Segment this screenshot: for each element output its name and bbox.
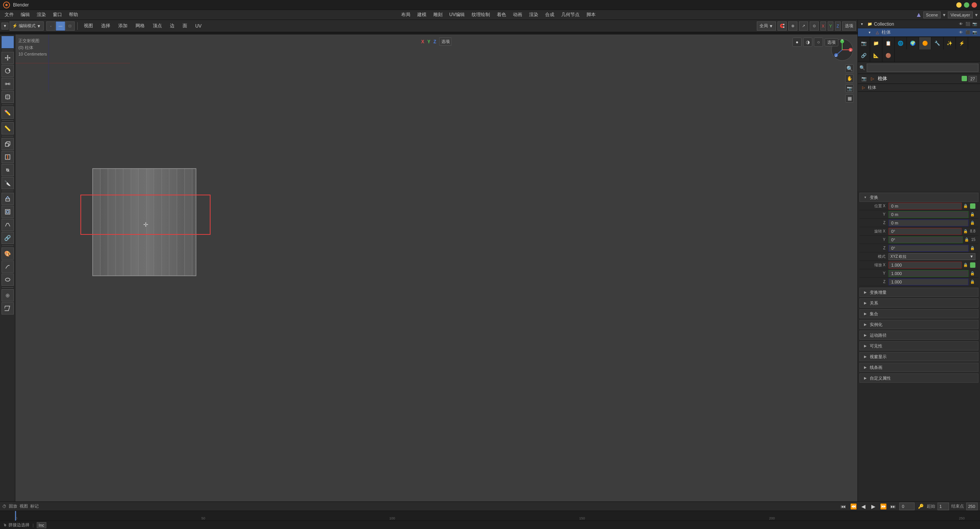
location-y-field[interactable]: 0 m: [889, 211, 969, 218]
viewport-shading-solid[interactable]: ●: [792, 38, 802, 47]
scale-x-lock[interactable]: 🔒: [963, 263, 969, 267]
timeline-marker-btn[interactable]: 标记: [30, 503, 39, 509]
transform-tool[interactable]: [2, 91, 14, 103]
prop-tab-physics[interactable]: ⚡: [956, 37, 968, 49]
scale-y-lock[interactable]: 🔒: [970, 271, 975, 275]
workspace-shading[interactable]: 着色: [494, 11, 509, 19]
collections-header[interactable]: ▶ 集合: [859, 309, 978, 318]
scale-y-field[interactable]: 1.000: [889, 270, 969, 277]
prop-icon-obj[interactable]: ▷: [869, 76, 875, 82]
collections-collapse-icon[interactable]: ▶: [863, 311, 867, 316]
transform-orient-btn[interactable]: ↗: [799, 21, 808, 31]
rotation-y-field[interactable]: 0°: [889, 236, 963, 243]
object-disable-btn[interactable]: ⬛: [965, 29, 971, 36]
location-z-field[interactable]: 0 m: [889, 219, 969, 226]
step-fwd-btn[interactable]: ⏩: [879, 503, 887, 510]
skip-end-btn[interactable]: ⏭: [889, 503, 897, 510]
play-btn[interactable]: ▶: [869, 503, 877, 510]
prop-tab-scene[interactable]: 🌐: [895, 37, 907, 49]
shear-tool[interactable]: [2, 302, 14, 314]
collection-render-btn[interactable]: 📷: [972, 21, 978, 27]
paint-tool[interactable]: 🎨: [2, 247, 14, 260]
edge-slide-tool[interactable]: [2, 164, 14, 176]
extrude-tool[interactable]: [2, 193, 14, 205]
snap-btn[interactable]: 🧲: [777, 21, 787, 31]
mode-dropdown-icon[interactable]: ▼: [2, 23, 8, 29]
view-menu[interactable]: 视图: [80, 21, 96, 31]
vertex-mode-btn[interactable]: ·: [46, 21, 56, 31]
collection-disable-btn[interactable]: ⬛: [965, 21, 971, 27]
custom-props-header[interactable]: ▶ 自定义属性: [859, 373, 978, 383]
bevel-tool[interactable]: [2, 219, 14, 231]
loop-cut-tool[interactable]: [2, 151, 14, 163]
location-x-lock[interactable]: 🔒: [963, 204, 969, 208]
viewport-shading-material[interactable]: ◑: [803, 38, 812, 47]
workspace-sculpt[interactable]: 雕刻: [430, 11, 446, 19]
delta-transform-header[interactable]: ▶ 变换增量: [859, 288, 978, 297]
location-z-lock[interactable]: 🔒: [970, 221, 975, 225]
smooth-tool[interactable]: [2, 274, 14, 286]
transform-collapse-icon[interactable]: ▾: [863, 195, 867, 200]
prop-tab-object[interactable]: 🟠: [919, 37, 931, 49]
scale-z-lock[interactable]: 🔒: [970, 280, 975, 284]
viewport-display-collapse-icon[interactable]: ▶: [863, 354, 867, 359]
menu-edit[interactable]: 编辑: [18, 11, 33, 19]
scale-tool[interactable]: [2, 78, 14, 90]
skip-start-btn[interactable]: ⏮: [840, 503, 847, 510]
face-mode-btn[interactable]: □: [65, 21, 75, 31]
knife-tool[interactable]: 🔪: [2, 177, 14, 189]
workspace-animation[interactable]: 动画: [510, 11, 525, 19]
workspace-uv[interactable]: UV编辑: [446, 11, 468, 19]
viewport-display-header[interactable]: ▶ 视窗显示: [859, 352, 978, 361]
prop-tab-output[interactable]: 📁: [870, 37, 882, 49]
view-layer-selector[interactable]: ViewLayer: [948, 11, 973, 18]
close-button[interactable]: [972, 2, 977, 8]
keyframe-btn[interactable]: 🔑: [917, 503, 924, 510]
custom-props-collapse-icon[interactable]: ▶: [863, 376, 867, 380]
workspace-render2[interactable]: 渲染: [526, 11, 541, 19]
annotate-tool[interactable]: ✏️: [2, 106, 14, 119]
rotation-x-field[interactable]: 0°: [889, 228, 962, 235]
options-dropdown[interactable]: 选项: [842, 21, 856, 31]
prop-tab-modifier[interactable]: 🔧: [931, 37, 944, 49]
rotation-mode-dropdown[interactable]: XYZ 欧拉 ▼: [889, 253, 975, 260]
view-layer-dropdown[interactable]: ▼: [974, 13, 978, 17]
global-dropdown[interactable]: 全局▼: [757, 21, 776, 31]
collection-expand[interactable]: ▾: [861, 22, 866, 26]
scale-x-check[interactable]: [970, 262, 975, 268]
x-axis-constraint[interactable]: X: [820, 21, 826, 31]
shrink-fatten-tool[interactable]: ⊕: [2, 289, 14, 301]
instancing-collapse-icon[interactable]: ▶: [863, 322, 867, 327]
select-tool[interactable]: [2, 36, 14, 48]
instancing-header[interactable]: ▶ 实例化: [859, 320, 978, 329]
menu-help[interactable]: 帮助: [66, 11, 81, 19]
end-frame-field[interactable]: 250: [966, 503, 978, 510]
transform-pivot-btn[interactable]: ⊕: [788, 21, 797, 31]
inset-tool[interactable]: [2, 206, 14, 218]
workspace-layout[interactable]: 布局: [398, 11, 413, 19]
workspace-texture[interactable]: 纹理绘制: [469, 11, 493, 19]
step-back-btn[interactable]: ⏪: [849, 503, 857, 510]
face-menu[interactable]: 面: [179, 21, 191, 31]
object-hide-btn[interactable]: 👁: [958, 29, 964, 36]
workspace-compositing[interactable]: 合成: [542, 11, 557, 19]
lineart-header[interactable]: ▶ 线条画: [859, 363, 978, 372]
mesh-menu[interactable]: 网格: [132, 21, 148, 31]
rotation-z-field[interactable]: 0°: [889, 245, 969, 252]
transform-section-header[interactable]: ▾ 变换: [859, 193, 978, 202]
motion-paths-collapse-icon[interactable]: ▶: [863, 333, 867, 337]
rotation-x-lock[interactable]: 🔒: [963, 229, 969, 233]
editor-type-selector[interactable]: ⚡ 编辑模式 ▼: [10, 21, 44, 31]
zoom-in-btn[interactable]: 🔍: [845, 64, 854, 73]
rotation-y-lock[interactable]: 🔒: [964, 237, 970, 242]
collection-hide-btn[interactable]: 👁: [958, 21, 964, 27]
maximize-button[interactable]: [964, 2, 969, 8]
scene-selector[interactable]: Scene: [923, 11, 941, 18]
viewport-shading-rendered[interactable]: ○: [814, 38, 823, 47]
pan-btn[interactable]: ✋: [845, 74, 854, 83]
transform-options[interactable]: 选项: [439, 38, 452, 46]
lineart-collapse-icon[interactable]: ▶: [863, 365, 867, 370]
uv-menu[interactable]: UV: [192, 21, 205, 31]
timeline-playback-btn[interactable]: 固放: [9, 503, 17, 509]
prop-icon-camera[interactable]: 📷: [861, 76, 867, 82]
